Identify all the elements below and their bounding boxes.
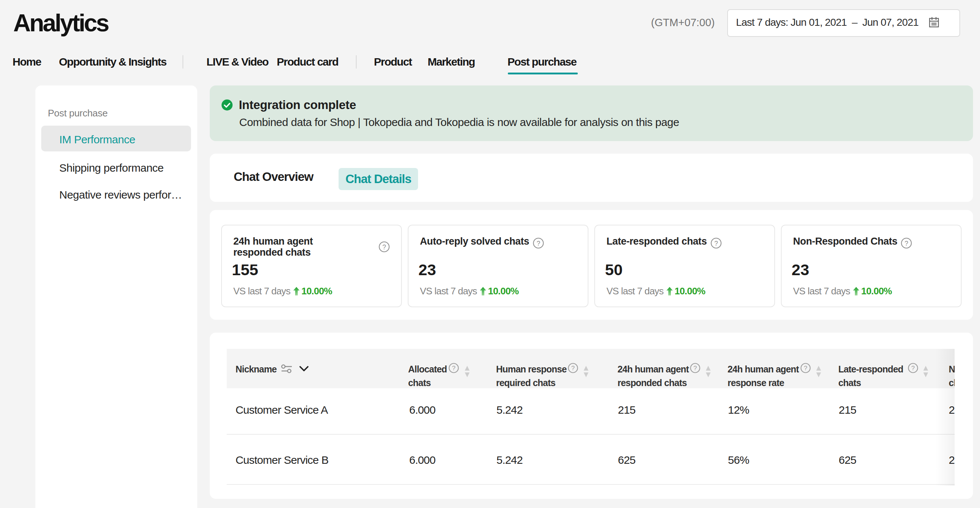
svg-text:?: ? [693,365,697,372]
svg-text:?: ? [905,240,908,247]
svg-text:?: ? [804,365,807,372]
svg-text:?: ? [911,365,915,372]
svg-text:?: ? [382,243,386,251]
svg-text:?: ? [714,240,718,247]
svg-text:?: ? [536,240,540,247]
svg-text:?: ? [571,365,574,372]
svg-text:?: ? [452,365,455,372]
